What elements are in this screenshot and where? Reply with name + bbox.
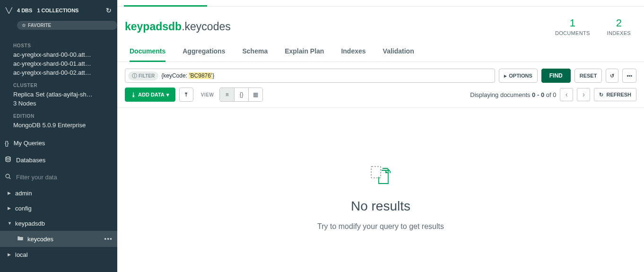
favorite-button[interactable]: ☆ FAVORITE (17, 21, 117, 30)
db-list: ▶admin ▶config ▼keypadsdb keycodes ••• ▶… (0, 185, 117, 272)
view-mode-group: ≡ {} ▦ (219, 88, 263, 102)
filter-pill: ⓘ FILTER (128, 71, 158, 80)
ellipsis-icon: ••• (627, 73, 632, 79)
host-item: ac-yreglxx-shard-00-01.att… (13, 59, 117, 68)
tab-explain-plan[interactable]: Explain Plan (285, 44, 324, 61)
empty-state: No results Try to modify your query to g… (117, 107, 644, 272)
caret-right-icon: ▸ (504, 73, 507, 79)
history-button[interactable]: ↺ (606, 69, 618, 83)
hosts-label: HOSTS (13, 43, 117, 48)
sidebar-info: HOSTS ac-yreglxx-shard-00-00.att… ac-yre… (0, 35, 117, 134)
filter-input[interactable]: ⓘ FILTER {keyCode: 'BC9876'} (125, 69, 495, 83)
history-icon: ↺ (610, 73, 614, 79)
braces-icon: {} (240, 91, 244, 98)
chevron-left-icon: ‹ (566, 90, 568, 99)
svg-point-1 (6, 174, 9, 178)
edition-value: MongoDB 5.0.9 Enterprise (13, 121, 117, 130)
prev-page-button[interactable]: ‹ (560, 88, 573, 101)
svg-point-0 (6, 157, 10, 158)
braces-icon: {} (5, 140, 9, 147)
more-options-button[interactable]: ••• (622, 69, 636, 83)
database-icon (5, 156, 11, 164)
host-item: ac-yreglxx-shard-00-00.att… (13, 50, 117, 59)
caret-right-icon: ▶ (8, 252, 11, 257)
svg-rect-3 (371, 167, 381, 178)
cluster-name: Replica Set (atlas-ayifaj-sh… (13, 90, 117, 99)
empty-subtitle: Try to modify your query to get results (317, 222, 444, 231)
refresh-button[interactable]: ↻ REFRESH (594, 88, 636, 101)
chevron-down-icon[interactable]: ╲╱ (6, 8, 12, 14)
sidebar: ╲╱ 4 DBS 1 COLLECTIONS ↻ ☆ FAVORITE HOST… (0, 0, 117, 272)
query-bar: ⓘ FILTER {keyCode: 'BC9876'} ▸ OPTIONS F… (117, 62, 644, 88)
export-button[interactable]: ⤒ (179, 88, 193, 102)
nav-databases[interactable]: Databases (0, 151, 117, 168)
info-icon: ⓘ (132, 72, 137, 79)
namespace-title: keypadsdb.keycodes (125, 20, 231, 33)
collection-item-keycodes[interactable]: keycodes ••• (0, 231, 117, 247)
main: keypadsdb.keycodes 1 DOCUMENTS 2 INDEXES… (117, 0, 644, 272)
star-icon: ☆ (22, 23, 26, 28)
stat-indexes[interactable]: 2 INDEXES (607, 17, 631, 36)
query-text: {keyCode: 'BC9876'} (161, 72, 214, 79)
edition-label: EDITION (13, 114, 117, 119)
caret-down-icon: ▼ (8, 221, 11, 226)
empty-title: No results (351, 199, 410, 214)
options-button[interactable]: ▸ OPTIONS (499, 69, 538, 83)
find-button[interactable]: FIND (541, 69, 571, 83)
view-label: VIEW (201, 92, 214, 97)
list-icon: ≡ (226, 91, 229, 98)
db-item-admin[interactable]: ▶admin (0, 185, 117, 201)
sidebar-top: ╲╱ 4 DBS 1 COLLECTIONS ↻ (0, 0, 117, 21)
refresh-icon: ↻ (599, 92, 603, 98)
nav-my-queries[interactable]: {} My Queries (0, 134, 117, 151)
stat-documents[interactable]: 1 DOCUMENTS (555, 17, 590, 36)
view-json-button[interactable]: {} (234, 88, 248, 101)
db-count: 4 DBS (17, 8, 32, 13)
more-icon[interactable]: ••• (104, 235, 113, 243)
tab-underline (124, 5, 207, 7)
coll-count: 1 COLLECTIONS (37, 8, 78, 13)
no-results-icon (369, 165, 392, 187)
tab-validation[interactable]: Validation (383, 44, 414, 61)
search-icon (5, 173, 11, 181)
top-tab-strip (117, 0, 644, 7)
toolbar: ⭳ ADD DATA ▾ ⤒ VIEW ≡ {} ▦ Displaying do… (117, 88, 644, 107)
nav-search[interactable] (0, 168, 117, 185)
folder-icon (17, 235, 24, 243)
collection-tabs: Documents Aggregations Schema Explain Pl… (117, 44, 644, 62)
download-icon: ⭳ (131, 92, 136, 97)
db-item-keypadsdb[interactable]: ▼keypadsdb (0, 216, 117, 231)
stats: 1 DOCUMENTS 2 INDEXES (555, 17, 631, 36)
refresh-icon[interactable]: ↻ (106, 7, 112, 14)
caret-right-icon: ▶ (8, 206, 11, 211)
view-table-button[interactable]: ▦ (248, 88, 262, 101)
next-page-button[interactable]: › (577, 88, 590, 101)
tab-aggregations[interactable]: Aggregations (183, 44, 225, 61)
tab-schema[interactable]: Schema (242, 44, 268, 61)
cluster-nodes: 3 Nodes (13, 99, 117, 108)
reset-button[interactable]: RESET (574, 69, 602, 83)
host-item: ac-yreglxx-shard-00-02.att… (13, 68, 117, 77)
add-data-button[interactable]: ⭳ ADD DATA ▾ (125, 88, 175, 102)
view-list-button[interactable]: ≡ (220, 88, 234, 101)
namespace-header: keypadsdb.keycodes 1 DOCUMENTS 2 INDEXES (117, 7, 644, 44)
chevron-right-icon: › (583, 90, 585, 99)
tab-indexes[interactable]: Indexes (341, 44, 366, 61)
db-item-config[interactable]: ▶config (0, 201, 117, 216)
upload-icon: ⤒ (184, 92, 188, 98)
cluster-label: CLUSTER (13, 83, 117, 88)
db-item-local[interactable]: ▶local (0, 247, 117, 262)
caret-right-icon: ▶ (8, 191, 11, 195)
tab-documents[interactable]: Documents (130, 44, 165, 62)
display-count: Displaying documents 0 - 0 of 0 (470, 91, 556, 98)
search-input[interactable] (16, 174, 112, 181)
caret-down-icon: ▾ (166, 92, 169, 98)
table-icon: ▦ (253, 91, 258, 98)
svg-line-2 (9, 177, 10, 179)
